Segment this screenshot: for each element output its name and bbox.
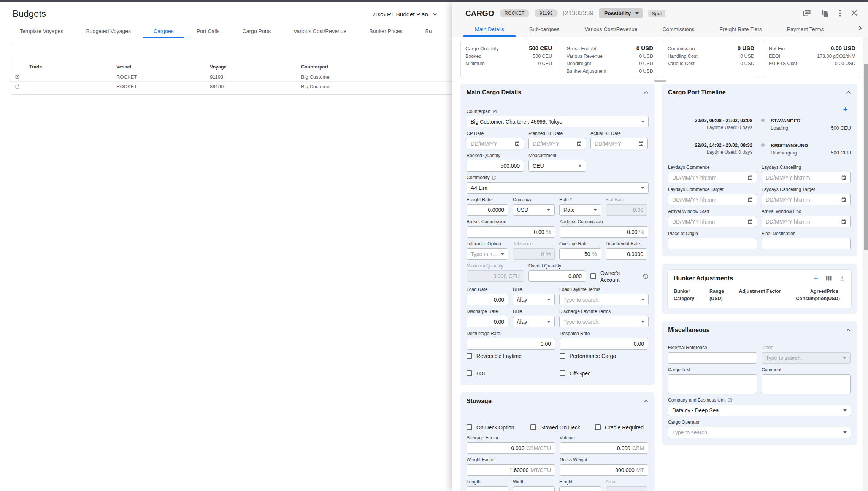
final-destination-input[interactable]: [762, 238, 851, 249]
export-pdf-icon[interactable]: PDF: [802, 9, 811, 17]
checkbox-reversible-laytime[interactable]: Reversible Laytime: [467, 353, 560, 359]
overage-rate-input[interactable]: 50%: [559, 248, 601, 260]
tab-various-cost-revenue-panel[interactable]: Various Cost/Revenue: [572, 22, 650, 37]
calendar-icon[interactable]: [841, 219, 846, 224]
discharge-rule-select[interactable]: /day: [513, 316, 555, 327]
collapse-chevron-icon[interactable]: [644, 91, 649, 94]
panel-drag-handle[interactable]: [654, 80, 666, 82]
load-rate-input[interactable]: 0.00: [467, 294, 508, 305]
add-bunker-adjustment-button[interactable]: +: [813, 275, 818, 282]
checkbox-on-deck-option[interactable]: On Deck Option: [467, 424, 530, 431]
calendar-icon[interactable]: [576, 141, 582, 146]
status-dropdown[interactable]: Possibility: [599, 8, 643, 18]
measurement-select[interactable]: CEU: [528, 160, 586, 172]
calendar-icon[interactable]: [747, 197, 753, 202]
counterpart-select[interactable]: Big Customer, Charterer, 45999, Tokyo: [467, 116, 649, 127]
collapse-chevron-icon[interactable]: [846, 329, 851, 332]
cp-date-input[interactable]: DD/MM/YY: [467, 138, 524, 149]
kebab-menu-icon[interactable]: [839, 10, 841, 17]
calendar-icon[interactable]: [747, 175, 753, 180]
tab-budgeted-voyages[interactable]: Budgeted Voyages: [75, 24, 142, 38]
open-in-new-icon[interactable]: [492, 175, 496, 180]
info-icon[interactable]: [643, 273, 649, 279]
open-in-new-icon[interactable]: [727, 398, 732, 402]
despatch-rate-input[interactable]: 0.00: [560, 338, 648, 350]
cargo-operator-select[interactable]: Type to search.: [668, 427, 851, 438]
tab-payment-terms[interactable]: Payment Terms: [774, 22, 836, 37]
checkbox-box[interactable]: [590, 273, 596, 279]
currency-select[interactable]: USD: [513, 204, 555, 216]
deadfreight-rate-input[interactable]: 0.0000: [606, 248, 647, 260]
height-input[interactable]: [559, 486, 601, 491]
commodity-select[interactable]: A4 Lim: [467, 182, 649, 194]
stowage-factor-input[interactable]: 0.000CBM/CEU: [467, 442, 555, 454]
checkbox-box[interactable]: [560, 370, 565, 376]
arrival-window-start-input[interactable]: DD/MM/YY hh:mm: [668, 216, 757, 227]
columns-icon[interactable]: [825, 275, 832, 281]
calendar-icon[interactable]: [638, 141, 644, 146]
copy-icon[interactable]: [822, 9, 829, 17]
tab-port-calls[interactable]: Port Calls: [185, 24, 231, 38]
calendar-icon[interactable]: [841, 175, 846, 180]
address-commission-input[interactable]: 0.00%: [560, 226, 648, 238]
close-icon[interactable]: [851, 10, 857, 16]
tab-truncated[interactable]: Bu: [414, 24, 443, 38]
rule-select[interactable]: Rate: [559, 204, 601, 216]
panel-scrollbar[interactable]: [863, 37, 868, 491]
checkbox-box[interactable]: [595, 424, 601, 430]
tab-cargo-ports[interactable]: Cargo Ports: [231, 24, 282, 38]
timeline-entry[interactable]: 20/02, 09:08 - 21/02, 03:08 Laytime Used…: [668, 118, 851, 131]
scrollbar-thumb[interactable]: [864, 64, 868, 250]
load-rule-select[interactable]: /day: [513, 294, 555, 305]
width-input[interactable]: [513, 486, 555, 491]
calendar-icon[interactable]: [514, 141, 520, 146]
checkbox-performance-cargo[interactable]: Performance Cargo: [560, 353, 616, 359]
weight-factor-input[interactable]: 1.60000MT/CEU: [467, 464, 555, 476]
collapse-chevron-icon[interactable]: [644, 400, 649, 403]
timeline-entry[interactable]: 22/02, 14:32 - 23/02, 08:32 Laytime Used…: [668, 143, 851, 156]
open-in-new-icon[interactable]: [492, 109, 497, 114]
tab-bunker-prices[interactable]: Bunker Prices: [358, 24, 414, 38]
tab-template-voyages[interactable]: Template Voyages: [8, 24, 75, 38]
collapse-chevron-icon[interactable]: [846, 91, 851, 94]
planned-bl-date-input[interactable]: DD/MM/YY: [528, 138, 586, 149]
checkbox-box[interactable]: [467, 353, 472, 359]
checkbox-off-spec[interactable]: Off-Spec: [560, 370, 590, 377]
demurrage-rate-input[interactable]: 0.00: [467, 338, 555, 350]
checkbox-owners-account[interactable]: Owner's Account: [590, 270, 631, 283]
load-laytime-terms-select[interactable]: Type to search.: [559, 294, 649, 305]
company-business-unit-select[interactable]: Dataloy - Deep Sea: [668, 405, 851, 416]
laydays-commence-target-input[interactable]: DD/MM/YY hh:mm: [668, 194, 757, 205]
laydays-cancelling-input[interactable]: DD/MM/YY hh:mm: [762, 172, 851, 183]
gross-weight-input[interactable]: 800.000MT: [560, 464, 648, 476]
laydays-cancelling-target-input[interactable]: DD/MM/YY hh:mm: [762, 194, 851, 205]
add-port-call-button[interactable]: +: [843, 106, 848, 113]
tab-main-details[interactable]: Main Details: [462, 22, 517, 37]
checkbox-box[interactable]: [467, 424, 472, 430]
comment-input[interactable]: [762, 374, 851, 394]
discharge-laytime-terms-select[interactable]: Type to search.: [559, 316, 649, 327]
checkbox-box[interactable]: [530, 424, 536, 430]
overlift-quantity-input[interactable]: 0.000: [528, 270, 586, 282]
tabs-overflow-chevron-icon[interactable]: [858, 25, 862, 31]
table-row[interactable]: ROCKET 89190 Big Customer: [10, 82, 452, 91]
tolerance-option-select[interactable]: Type to s...: [467, 248, 508, 260]
actual-bl-date-input[interactable]: DD/MM/YY: [590, 138, 648, 149]
checkbox-box[interactable]: [560, 353, 565, 359]
table-row[interactable]: ROCKET 91193 Big Customer: [10, 72, 452, 82]
tab-sub-cargoes[interactable]: Sub-cargoes: [517, 22, 572, 37]
tab-various-cost-revenue[interactable]: Various Cost/Revenue: [282, 24, 358, 38]
freight-rate-input[interactable]: 0.0000: [467, 204, 508, 216]
volume-input[interactable]: 0.000CBM: [560, 442, 648, 454]
laydays-commence-input[interactable]: DD/MM/YY hh:mm: [668, 172, 757, 183]
download-icon[interactable]: [839, 275, 845, 281]
tab-freight-rate-tiers[interactable]: Freight Rate Tiers: [707, 22, 774, 37]
length-input[interactable]: [467, 486, 508, 491]
calendar-icon[interactable]: [747, 219, 753, 224]
booked-quantity-input[interactable]: 500.000: [467, 160, 524, 172]
external-reference-input[interactable]: [668, 352, 757, 364]
open-row-button[interactable]: [10, 82, 25, 91]
broker-commission-input[interactable]: 0.00%: [467, 226, 555, 238]
tab-commissions[interactable]: Commissions: [650, 22, 707, 37]
discharge-rate-input[interactable]: 0.00: [467, 316, 508, 327]
